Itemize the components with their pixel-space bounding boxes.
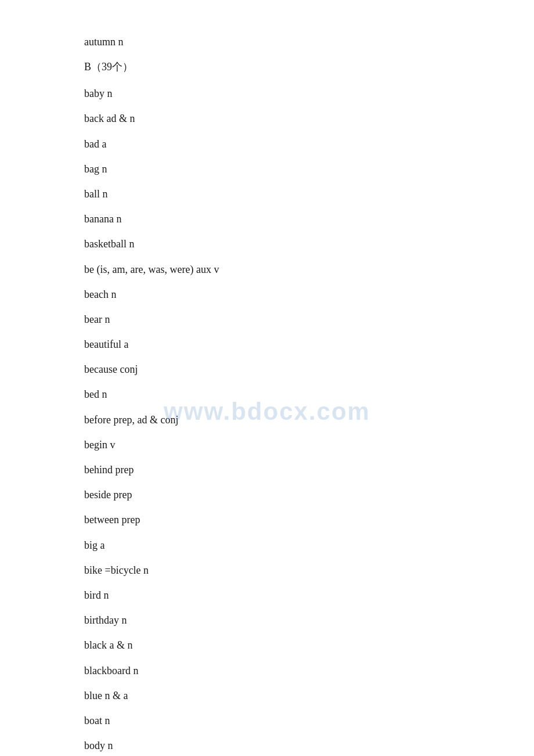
word-entry-bad: bad a	[84, 137, 450, 152]
word-entry-bed: bed n	[84, 387, 450, 402]
word-entry-beside: beside prep	[84, 488, 450, 502]
word-entry-black: black a & n	[84, 638, 450, 653]
word-entry-back: back ad & n	[84, 111, 450, 126]
word-entry-baby: baby n	[84, 87, 450, 101]
word-entry-blue: blue n & a	[84, 689, 450, 703]
word-entry-beautiful: beautiful a	[84, 337, 450, 352]
word-entry-ball: ball n	[84, 187, 450, 201]
word-entry-be: be (is, am, are, was, were) aux v	[84, 262, 450, 277]
word-entry-bike: bike =bicycle n	[84, 563, 450, 578]
word-entry-autumn: autumn n	[84, 35, 450, 49]
word-entry-because: because conj	[84, 362, 450, 377]
word-entry-bird: bird n	[84, 588, 450, 603]
word-entry-bag: bag n	[84, 162, 450, 177]
word-entry-big: big a	[84, 538, 450, 553]
word-entry-body: body n	[84, 739, 450, 753]
word-entry-bear: bear n	[84, 312, 450, 327]
word-entry-birthday: birthday n	[84, 613, 450, 628]
page-container: www.bdocx.com autumn nB（39个）baby nback a…	[0, 0, 534, 756]
word-entry-behind: behind prep	[84, 463, 450, 477]
entries-container: autumn nB（39个）baby nback ad & nbad abag …	[84, 35, 450, 756]
word-entry-between: between prep	[84, 513, 450, 527]
word-entry-boat: boat n	[84, 714, 450, 728]
word-entry-beach: beach n	[84, 287, 450, 302]
word-entry-banana: banana n	[84, 212, 450, 226]
word-entry-before: before prep, ad & conj	[84, 413, 450, 427]
section-header-section-b: B（39个）	[84, 60, 450, 74]
word-entry-basketball: basketball n	[84, 237, 450, 251]
word-entry-begin: begin v	[84, 438, 450, 452]
word-entry-blackboard: blackboard n	[84, 664, 450, 678]
